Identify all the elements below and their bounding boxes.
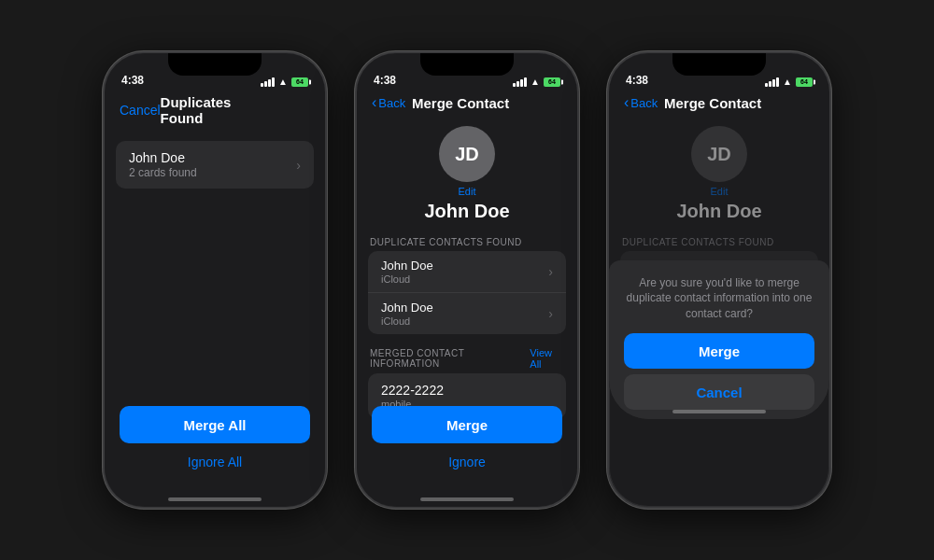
contact-name-3: John Doe — [676, 201, 761, 222]
home-indicator-3 — [672, 410, 766, 413]
contact-subtitle-1: 2 cards found — [129, 166, 197, 179]
contact-name-2: John Doe — [424, 201, 509, 222]
status-time-3: 4:38 — [626, 74, 648, 87]
duplicate-section-header-3: DUPLICATE CONTACTS FOUND — [609, 231, 829, 251]
ignore-all-button-1[interactable]: Ignore All — [188, 455, 242, 469]
dialog-merge-button-3[interactable]: Merge — [624, 333, 814, 369]
notch — [168, 53, 262, 76]
merged-label-2: MERGED CONTACT INFORMATION — [370, 348, 530, 369]
avatar-2: JD — [439, 126, 495, 182]
list-item-johndoe-1[interactable]: John Doe 2 cards found › — [116, 141, 314, 189]
dup-item-2-2[interactable]: John Doe iCloud › — [368, 293, 566, 334]
bottom-actions-1: Merge All Ignore All — [105, 406, 325, 469]
confirmation-dialog-3: Are you sure you'd like to merge duplica… — [609, 260, 829, 419]
screen-title-3: Merge Contact — [664, 95, 761, 111]
avatar-initials-3: JD — [707, 144, 731, 165]
home-indicator-2 — [420, 497, 514, 501]
chevron-dup-1-2: › — [548, 264, 553, 279]
merge-all-button-1[interactable]: Merge All — [120, 406, 310, 443]
avatar-section-2: JD Edit John Doe — [357, 119, 577, 231]
avatar-3: JD — [691, 126, 747, 182]
back-button-3[interactable]: ‹ Back — [624, 94, 658, 111]
dup-name-2-2: John Doe — [381, 301, 433, 315]
nav-bar-1: Cancel Duplicates Found — [105, 91, 325, 133]
back-label-2: Back — [378, 96, 405, 110]
back-label-3: Back — [630, 96, 658, 110]
notch-3 — [672, 53, 766, 76]
avatar-section-3: JD Edit John Doe — [609, 119, 829, 231]
view-all-button-2[interactable]: View All — [530, 347, 564, 370]
merged-phone-2: 2222-2222 — [381, 383, 553, 398]
duplicate-list-2: John Doe iCloud › John Doe iCloud › — [368, 251, 566, 334]
dup-source-1-2: iCloud — [381, 273, 433, 285]
dup-name-1-2: John Doe — [381, 259, 433, 273]
battery-icon-1: 64 — [291, 77, 308, 87]
signal-icon-3 — [765, 77, 779, 87]
duplicate-section-header-2: DUPLICATE CONTACTS FOUND — [357, 231, 577, 251]
nav-bar-3: ‹ Back Merge Contact — [609, 91, 829, 119]
signal-icon-2 — [513, 77, 527, 87]
merged-header-2: MERGED CONTACT INFORMATION View All — [357, 342, 577, 373]
cancel-button-1[interactable]: Cancel — [120, 103, 161, 118]
bottom-actions-2: Merge Ignore — [357, 406, 577, 469]
ignore-button-2[interactable]: Ignore — [448, 455, 486, 469]
merge-button-2[interactable]: Merge — [372, 406, 562, 443]
back-chevron-icon-2: ‹ — [372, 94, 376, 111]
status-time-1: 4:38 — [121, 74, 144, 87]
status-icons-3: ▲ 64 — [765, 77, 813, 87]
chevron-right-icon-1: › — [296, 158, 301, 173]
chevron-dup-2-2: › — [548, 306, 553, 321]
battery-icon-3: 64 — [796, 77, 813, 87]
dup-source-2-2: iCloud — [381, 315, 433, 327]
phone-1: 4:38 ▲ 64 Cancel Duplicates Found — [103, 51, 327, 509]
nav-bar-2: ‹ Back Merge Contact — [357, 91, 577, 119]
dialog-text-3: Are you sure you'd like to merge duplica… — [624, 275, 814, 322]
battery-icon-2: 64 — [544, 77, 560, 87]
phone-3: 4:38 ▲ 64 ‹ Back Mer — [607, 51, 831, 509]
status-icons-1: ▲ 64 — [261, 77, 308, 87]
screen-title-2: Merge Contact — [412, 95, 509, 111]
duplicates-list-1: John Doe 2 cards found › — [116, 141, 314, 189]
home-indicator-1 — [168, 497, 262, 501]
wifi-icon-3: ▲ — [783, 77, 792, 87]
dup-item-1-2[interactable]: John Doe iCloud › — [368, 251, 566, 293]
status-icons-2: ▲ 64 — [513, 77, 560, 87]
signal-icon-1 — [261, 77, 275, 87]
screen-title-1: Duplicates Found — [161, 94, 268, 126]
notch-2 — [420, 53, 514, 76]
wifi-icon-1: ▲ — [278, 77, 288, 87]
contact-name-1: John Doe — [129, 150, 197, 165]
avatar-edit-2[interactable]: Edit — [459, 186, 476, 197]
dialog-cancel-button-3[interactable]: Cancel — [624, 374, 814, 410]
back-button-2[interactable]: ‹ Back — [372, 94, 405, 111]
avatar-edit-3: Edit — [711, 186, 729, 197]
wifi-icon-2: ▲ — [531, 77, 540, 87]
phone-2: 4:38 ▲ 64 ‹ Back Mer — [355, 51, 579, 509]
back-chevron-icon-3: ‹ — [624, 94, 629, 111]
avatar-initials-2: JD — [455, 144, 479, 165]
status-time-2: 4:38 — [374, 74, 396, 87]
